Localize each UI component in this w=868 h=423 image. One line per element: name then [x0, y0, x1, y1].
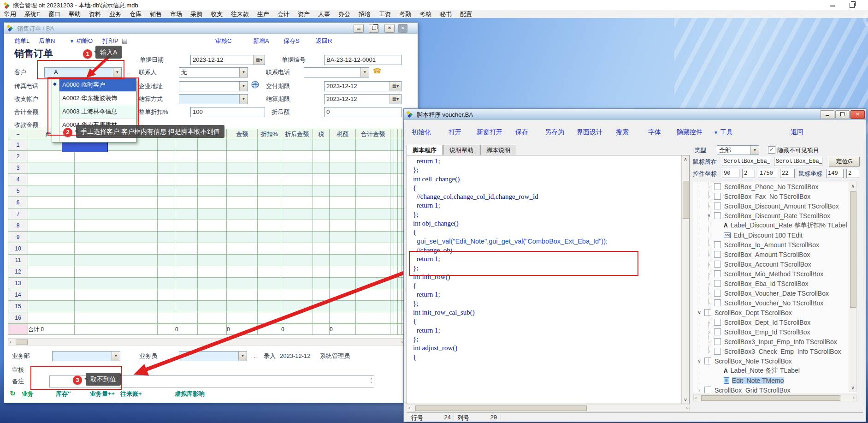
tree-item[interactable]: A Label_Note 备注 TLabel: [693, 366, 856, 375]
settle-method-dropdown-icon[interactable]: ▼: [239, 95, 248, 104]
dept-dropdown-icon[interactable]: ▼: [112, 352, 120, 361]
menu-item[interactable]: 办公: [334, 10, 354, 18]
scroll-left-icon[interactable]: ‹: [695, 395, 697, 400]
tree-checkbox[interactable]: [704, 357, 711, 364]
table-row[interactable]: 5: [8, 185, 405, 197]
customer-dropdown-icon[interactable]: ▼: [113, 68, 121, 77]
menu-item[interactable]: 考核: [415, 10, 436, 18]
salesman-dropdown-icon[interactable]: ▼: [238, 352, 247, 361]
open-new-window-link[interactable]: 新窗打开: [477, 128, 502, 137]
table-row[interactable]: 4: [8, 174, 405, 185]
code-line[interactable]: int obj_change(): [413, 219, 689, 228]
search-link[interactable]: 搜索: [616, 128, 629, 137]
code-line[interactable]: return 1;: [413, 290, 689, 299]
menu-item[interactable]: 帮助: [65, 10, 85, 18]
tree-item[interactable]: ∨ ScrollBox_Discount_Rate TScrollBox: [693, 211, 856, 220]
tree-checkbox[interactable]: [714, 280, 721, 287]
table-row[interactable]: 15: [8, 301, 405, 312]
table-row[interactable]: 6: [8, 197, 405, 209]
tree-item[interactable]: › ScrollBox_Voucher_Date TScrollBox: [693, 288, 856, 298]
code-line[interactable]: int adjust_row(): [413, 344, 689, 352]
tree-item[interactable]: › ScrollBox3_Check_Emp_Info TScrollBox: [693, 346, 856, 356]
tree-item[interactable]: › ScrollBox_Amount TScrollBox: [693, 250, 856, 259]
menu-item[interactable]: 销售: [146, 10, 166, 18]
scroll-up-icon[interactable]: ∧: [684, 156, 687, 162]
script-tab[interactable]: 脚本程序: [407, 145, 443, 155]
tree-checkbox[interactable]: [714, 328, 721, 335]
code-line[interactable]: gui_set_val("Edit_Note",gui_get_val("Com…: [413, 237, 689, 246]
row-number[interactable]: 13: [8, 278, 28, 289]
note-field[interactable]: ∧∨: [49, 375, 374, 387]
phone-icon[interactable]: ☎: [373, 67, 382, 75]
scroll-left-icon[interactable]: ‹: [408, 405, 410, 411]
script-minimize-button[interactable]: [820, 110, 834, 119]
row-number[interactable]: 9: [8, 232, 28, 243]
row-number[interactable]: 2: [8, 151, 28, 162]
customer-option[interactable]: A0003 上海林伞信息: [59, 105, 136, 119]
tree-item[interactable]: A Label_Discount_Rate 整单折扣% TLabel: [693, 220, 856, 230]
tree-checkbox[interactable]: [714, 251, 721, 258]
font-link[interactable]: 字体: [648, 128, 661, 137]
mdi-close-button[interactable]: ✕: [398, 24, 407, 33]
customer-option[interactable]: A0002 华东捷波装饰: [59, 92, 136, 105]
chevron-icon[interactable]: ›: [706, 261, 712, 268]
row-number[interactable]: 4: [8, 174, 28, 185]
audit-link[interactable]: 审核C: [215, 37, 231, 45]
control-coord-x[interactable]: 90: [722, 169, 739, 178]
tree-checkbox[interactable]: [704, 309, 711, 316]
scroll-right-icon[interactable]: ›: [401, 339, 403, 345]
mouse-on-field-1[interactable]: ScrollBox_Eba_Id: [722, 157, 770, 166]
tree-checkbox[interactable]: [714, 203, 721, 209]
salesman-combo[interactable]: ▼: [179, 351, 247, 361]
deliver-date-field[interactable]: 2023-12-12 ▦▾: [324, 81, 402, 91]
code-line[interactable]: };: [413, 166, 689, 174]
table-row[interactable]: 13: [8, 278, 405, 289]
code-line[interactable]: };: [413, 299, 689, 308]
chevron-icon[interactable]: ∨: [696, 358, 703, 364]
menu-item[interactable]: 常用: [0, 10, 20, 18]
row-number[interactable]: 7: [8, 209, 28, 220]
type-dropdown-icon[interactable]: ▼: [750, 146, 759, 155]
note-spinner-icon[interactable]: ∧∨: [370, 377, 372, 384]
row-number[interactable]: 15: [8, 301, 28, 312]
back-link[interactable]: 返回: [791, 128, 803, 137]
tree-item[interactable]: ≡ Edit_Note TMemo: [693, 375, 856, 385]
row-number[interactable]: 11: [8, 255, 28, 266]
code-line[interactable]: {: [413, 317, 689, 326]
scroll-thumb[interactable]: [415, 405, 587, 411]
scroll-right-icon[interactable]: ›: [686, 405, 688, 411]
locate-button[interactable]: 定位G: [829, 157, 860, 167]
settle-method-combo[interactable]: ▼: [179, 94, 248, 104]
code-line[interactable]: int cell_change(): [413, 175, 689, 184]
address-combo[interactable]: ▼: [179, 81, 248, 91]
control-coord-h[interactable]: 22: [780, 169, 795, 178]
code-line[interactable]: return 1;: [413, 157, 689, 166]
voucher-date-field[interactable]: 2023-12-12 ▦▾: [190, 55, 265, 65]
mouse-on-field-2[interactable]: ScrollBox_Eba_Id: [774, 157, 822, 166]
row-number[interactable]: 5: [8, 185, 28, 197]
tree-checkbox[interactable]: [714, 261, 721, 268]
table-row[interactable]: 16: [8, 312, 405, 324]
script-restore-button[interactable]: [835, 110, 850, 119]
tree-checkbox[interactable]: [714, 299, 721, 306]
print-link[interactable]: 打印P: [102, 37, 128, 45]
phone-combo[interactable]: ▼: [304, 67, 369, 77]
code-h-scrollbar[interactable]: ‹ ›: [407, 404, 690, 411]
table-row[interactable]: 3: [8, 162, 405, 174]
menu-item[interactable]: 工资: [375, 10, 395, 18]
chevron-icon[interactable]: ›: [706, 203, 712, 209]
settle-date-field[interactable]: 2023-12-12 ▦▾: [324, 94, 402, 104]
restore-button[interactable]: [845, 1, 859, 9]
chevron-icon[interactable]: ›: [706, 300, 712, 306]
tree-checkbox[interactable]: [714, 290, 721, 297]
menu-item[interactable]: 生产: [253, 10, 273, 18]
init-link[interactable]: 初始化: [412, 128, 431, 137]
chevron-icon[interactable]: ›: [706, 280, 712, 287]
code-line[interactable]: int init_row_cal_sub(): [413, 308, 689, 317]
tree-item[interactable]: › ScrollBox_Eba_Id TScrollBox: [693, 279, 856, 288]
table-row[interactable]: 9: [8, 232, 405, 243]
chevron-icon[interactable]: ›: [706, 271, 712, 277]
contact-dropdown-icon[interactable]: ▼: [239, 68, 248, 77]
code-line[interactable]: {: [413, 228, 689, 237]
tree-item[interactable]: ∨ ScrollBox_Dept TScrollBox: [693, 308, 856, 317]
